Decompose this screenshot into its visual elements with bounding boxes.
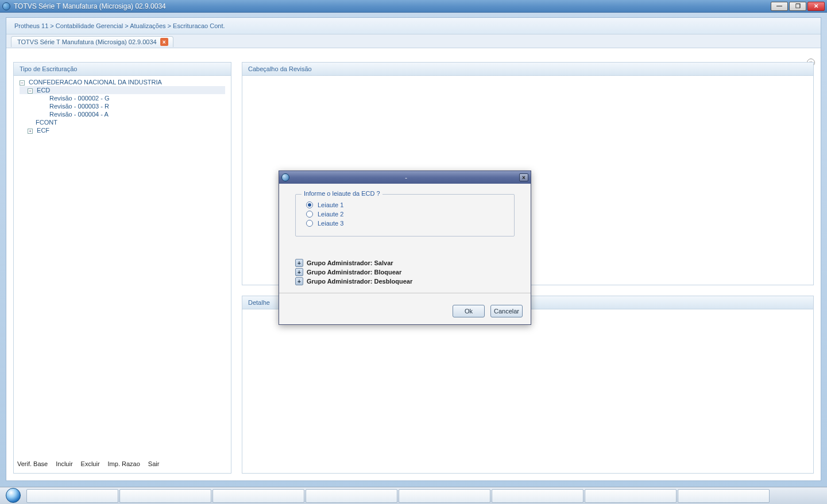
start-button[interactable] — [1, 487, 25, 504]
modal-separator — [279, 293, 531, 293]
group-admin-list: + Grupo Administrador: Salvar + Grupo Ad… — [295, 258, 515, 286]
action-incluir[interactable]: Incluir — [56, 460, 72, 467]
taskbar-item[interactable] — [26, 489, 118, 503]
tree-root-label: CONFEDERACAO NACIONAL DA INDUSTRIA — [29, 79, 162, 86]
tree-ecf-label: ECF — [37, 127, 49, 134]
group-admin-salvar[interactable]: + Grupo Administrador: Salvar — [295, 258, 515, 267]
modal-leiaute-ecd: - × Informe o leiaute da ECD ? Leiaute 1… — [279, 170, 531, 325]
modal-title-text: - — [293, 174, 519, 181]
radio-icon[interactable] — [306, 220, 313, 227]
window-title: TOTVS Série T Manufatura (Microsiga) 02.… — [14, 2, 771, 10]
group-admin-desbloquear[interactable]: + Grupo Administrador: Desbloquear — [295, 277, 515, 286]
tab-main[interactable]: TOTVS Série T Manufatura (Microsiga) 02.… — [11, 36, 173, 47]
tree-toggle-icon[interactable]: − — [20, 80, 25, 86]
radio-icon[interactable] — [306, 211, 313, 218]
group-admin-bloquear[interactable]: + Grupo Administrador: Bloquear — [295, 267, 515, 277]
start-orb-icon — [6, 488, 21, 503]
maximize-button[interactable]: ❐ — [789, 2, 806, 11]
left-actions: Verif. Base Incluir Excluir Imp. Razao S… — [14, 456, 231, 473]
action-excluir[interactable]: Excluir — [81, 460, 100, 467]
taskbar-item[interactable] — [678, 489, 770, 503]
left-panel: Tipo de Escrituração − CONFEDERACAO NACI… — [13, 62, 231, 474]
tree-ecf[interactable]: + ECF — [20, 126, 225, 134]
taskbar-item[interactable] — [492, 489, 583, 503]
group-label: Grupo Administrador: Desbloquear — [307, 278, 412, 285]
tree-root[interactable]: − CONFEDERACAO NACIONAL DA INDUSTRIA — [20, 78, 225, 86]
taskbar-item[interactable] — [306, 489, 397, 503]
tab-close-icon[interactable]: × — [160, 38, 168, 46]
panel-tipo-escrituracao: Tipo de Escrituração − CONFEDERACAO NACI… — [13, 62, 231, 474]
action-imp-razao[interactable]: Imp. Razao — [108, 460, 140, 467]
close-button[interactable]: ✕ — [807, 2, 825, 11]
tree-rev-2[interactable]: Revisão - 000003 - R — [20, 102, 225, 110]
group-label: Grupo Administrador: Bloquear — [307, 269, 401, 276]
window-controls: — ❐ ✕ — [771, 2, 825, 11]
modal-titlebar: - × — [279, 171, 531, 184]
tree-fcont[interactable]: FCONT — [20, 118, 225, 126]
app-icon — [2, 2, 10, 10]
panel-header-cabecalho: Cabeçalho da Revisão — [242, 63, 813, 76]
taskbar-item[interactable] — [212, 489, 304, 503]
cancel-button[interactable]: Cancelar — [490, 305, 523, 317]
plus-icon[interactable]: + — [295, 259, 303, 267]
tree-toggle-icon[interactable]: − — [28, 88, 33, 94]
tab-label: TOTVS Série T Manufatura (Microsiga) 02.… — [17, 38, 157, 45]
taskbar-item[interactable] — [399, 489, 490, 503]
taskbar — [0, 487, 827, 504]
panel-header-left: Tipo de Escrituração — [14, 63, 231, 76]
modal-footer: Ok Cancelar — [279, 299, 531, 324]
taskbar-item[interactable] — [119, 489, 211, 503]
action-sair[interactable]: Sair — [148, 460, 160, 467]
modal-app-icon — [281, 173, 289, 181]
modal-close-icon[interactable]: × — [519, 173, 528, 181]
plus-icon[interactable]: + — [295, 268, 303, 276]
ok-button[interactable]: Ok — [453, 305, 485, 317]
tree-toggle-icon[interactable]: + — [28, 129, 33, 134]
radio-label: Leiaute 2 — [318, 211, 343, 218]
plus-icon[interactable]: + — [295, 277, 303, 285]
radio-leiaute-3[interactable]: Leiaute 3 — [306, 219, 504, 228]
tree-rev-1[interactable]: Revisão - 000002 - G — [20, 94, 225, 102]
fieldset-leiaute: Informe o leiaute da ECD ? Leiaute 1 Lei… — [295, 194, 515, 237]
tab-strip: TOTVS Série T Manufatura (Microsiga) 02.… — [6, 34, 821, 48]
action-verif-base[interactable]: Verif. Base — [17, 460, 48, 467]
group-label: Grupo Administrador: Salvar — [307, 259, 393, 266]
radio-label: Leiaute 3 — [318, 220, 343, 227]
radio-label: Leiaute 1 — [318, 201, 343, 208]
tree: − CONFEDERACAO NACIONAL DA INDUSTRIA − E… — [14, 76, 231, 137]
tree-ecd-label: ECD — [37, 87, 50, 94]
radio-leiaute-1[interactable]: Leiaute 1 — [306, 200, 504, 210]
tree-ecd[interactable]: − ECD — [20, 86, 225, 94]
radio-leiaute-2[interactable]: Leiaute 2 — [306, 210, 504, 219]
minimize-button[interactable]: — — [771, 2, 788, 11]
tree-rev-3[interactable]: Revisão - 000004 - A — [20, 110, 225, 118]
breadcrumb: Protheus 11 > Contabilidade Gerencial > … — [6, 18, 821, 34]
fieldset-legend: Informe o leiaute da ECD ? — [302, 190, 382, 197]
window-titlebar: TOTVS Série T Manufatura (Microsiga) 02.… — [0, 0, 827, 13]
taskbar-item[interactable] — [585, 489, 677, 503]
radio-icon[interactable] — [306, 201, 313, 208]
modal-body: Informe o leiaute da ECD ? Leiaute 1 Lei… — [279, 184, 531, 299]
